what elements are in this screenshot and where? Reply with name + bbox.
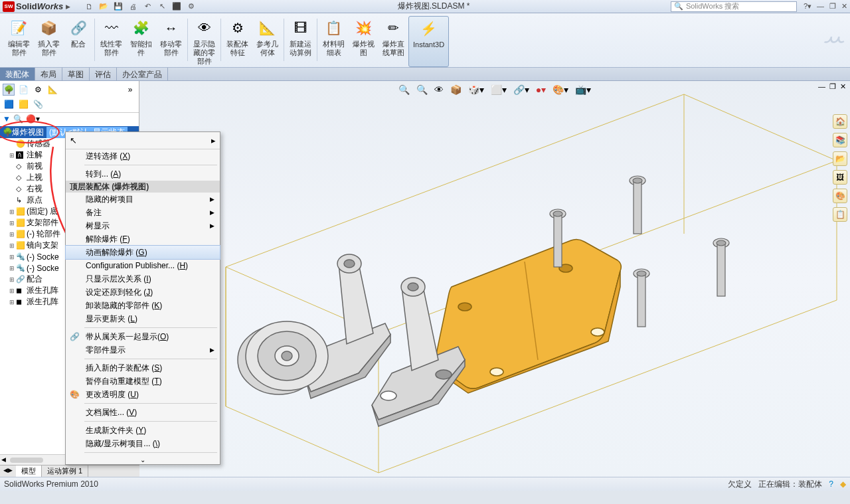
new-file-icon[interactable]: 🗋 (84, 1, 94, 12)
ribbon-爆炸视图[interactable]: 💥爆炸视 图 (349, 16, 379, 67)
panel-menu-icon[interactable]: » (124, 84, 136, 96)
ribbon-配合[interactable]: 🔗配合 (64, 16, 93, 67)
svg-point-8 (408, 283, 418, 291)
ribbon-新建运动算例[interactable]: 🎞新建运 动算例 (286, 16, 315, 67)
tab-motion-study[interactable]: 运动算例 1 (42, 465, 88, 477)
quick-access-toolbar: 🗋 📂 💾 🖨 ↶ ↖ ⬛ ⚙ (84, 1, 197, 12)
custom-props-icon[interactable]: 📋 (833, 207, 847, 222)
svg-point-4 (490, 368, 503, 376)
tab-装配体[interactable]: 装配体 (0, 68, 35, 80)
view-palette-icon[interactable]: 🖼 (833, 170, 847, 185)
scene-icon[interactable]: 🎨▾ (552, 84, 568, 95)
ribbon-插入零部件[interactable]: 📦插入零 部件 (34, 16, 64, 67)
ctx-item[interactable]: 只显示层次关系 (I) (66, 272, 220, 286)
ctx-item[interactable]: 🔗带从属关系一起显示(O) (66, 330, 220, 343)
hide-show-icon[interactable]: 🔗▾ (513, 84, 529, 95)
select-icon[interactable]: ↖ (157, 1, 167, 12)
cursor-icon[interactable]: ↖ (70, 135, 77, 145)
open-file-icon[interactable]: 📂 (98, 1, 109, 12)
graphics-viewport[interactable]: 🔍 🔍 👁 📦 🎲▾ ⬜▾ 🔗▾ ●▾ 🎨▾ 📺▾ ― ❐ ✕ 🏠 📚 📂 🖼 … (139, 81, 850, 477)
ctx-item[interactable]: 零部件显示▶ (66, 343, 220, 357)
ctx-pin-icon[interactable]: ▸ (211, 135, 216, 145)
home-icon[interactable]: 🏠 (833, 114, 847, 129)
zoom-out-icon[interactable]: 🔍 (13, 114, 23, 124)
undo-icon[interactable]: ↶ (142, 1, 153, 12)
print-icon[interactable]: 🖨 (128, 1, 138, 12)
ctx-item[interactable]: 设定还原到轻化 (J) (66, 286, 220, 299)
status-help-icon[interactable]: ? (829, 479, 833, 489)
tab-办公室产品[interactable]: 办公室产品 (117, 68, 168, 80)
config-tab-icon[interactable]: ⚙ (32, 84, 44, 96)
maximize-icon[interactable]: ❐ (829, 2, 836, 11)
ribbon-编辑零部件[interactable]: 📝编辑零 部件 (4, 16, 34, 67)
menu-dropdown-icon[interactable]: ▶ (66, 3, 70, 10)
ctx-item[interactable]: 隐藏/显示树项目... (\) (66, 437, 220, 450)
appearances-icon[interactable]: 🎨 (833, 189, 847, 203)
ctx-invert-selection[interactable]: 逆转选择 (X) (66, 149, 220, 163)
ribbon-显示隐藏的零部件[interactable]: 👁显示隐 藏的零 部件 (189, 16, 219, 67)
ctx-item[interactable]: 显示更新夹 (L) (66, 312, 220, 325)
filter-row: ▼ 🔍 🔴▾ (0, 113, 139, 125)
ctx-item[interactable]: 插入新的子装配体 (S) (66, 361, 220, 375)
view-orient-icon[interactable]: 🎲▾ (468, 84, 484, 95)
status-bar: SolidWorks Premium 2010 欠定义 正在编辑：装配体 ? ◆ (0, 477, 850, 491)
filter-icon[interactable]: ▼ (3, 114, 11, 124)
property-tab-icon[interactable]: 📄 (17, 84, 29, 96)
ribbon-材料明细表[interactable]: 📋材料明 细表 (319, 16, 349, 67)
svg-point-21 (633, 178, 642, 183)
appearance-icon[interactable]: ●▾ (536, 84, 546, 95)
tab-草图[interactable]: 草图 (62, 68, 90, 80)
ctx-item[interactable]: 树显示▶ (66, 219, 220, 232)
color-filter-icon[interactable]: 🔴▾ (26, 114, 40, 124)
status-flag-icon[interactable]: ◆ (840, 479, 846, 489)
ribbon-移动零部件[interactable]: ↔移动零 部件 (156, 16, 186, 67)
title-bar: SW SolidWorks ▶ 🗋 📂 💾 🖨 ↶ ↖ ⬛ ⚙ 爆炸视图.SLD… (0, 0, 850, 13)
prev-view-icon[interactable]: 👁 (434, 84, 444, 95)
bottom-tabs-nav[interactable]: ◀▶ (0, 465, 16, 477)
view-settings-icon[interactable]: 📺▾ (575, 84, 591, 95)
ribbon-智能扣件[interactable]: 🧩智能扣 件 (126, 16, 156, 67)
tab-评估[interactable]: 评估 (90, 68, 117, 80)
options-icon[interactable]: ⚙ (186, 1, 197, 12)
feature-tree-tab-icon[interactable]: 🌳 (3, 84, 15, 96)
app-logo-icon: SW (3, 1, 15, 12)
help-icon[interactable]: ?▾ (804, 2, 811, 11)
ribbon-线性零部件[interactable]: 〰线性零 部件 (96, 16, 126, 67)
zoom-area-icon[interactable]: 🔍 (416, 84, 428, 95)
ctx-expand-icon[interactable]: ⌄ (66, 455, 220, 464)
ribbon-Instant3D[interactable]: ⚡Instant3D (408, 16, 449, 67)
ctx-item[interactable]: 文档属性... (V) (66, 406, 220, 419)
tab-布局[interactable]: 布局 (35, 68, 62, 80)
ctx-item[interactable]: 备注▶ (66, 206, 220, 219)
ctx-item[interactable]: Configuration Publisher... (H) (66, 259, 220, 272)
attach-icon[interactable]: 📎 (32, 98, 44, 110)
ctx-item[interactable]: 暂停自动重建模型 (T) (66, 375, 220, 388)
svg-rect-23 (638, 274, 645, 327)
ctx-item[interactable]: 隐藏的树项目▶ (66, 193, 220, 206)
filter-part-icon[interactable]: 🟨 (17, 98, 29, 110)
ctx-goto[interactable]: 转到... (A) (66, 167, 220, 181)
ribbon-toolbar: 📝编辑零 部件📦插入零 部件🔗配合〰线性零 部件🧩智能扣 件↔移动零 部件👁显示… (0, 13, 850, 68)
save-icon[interactable]: 💾 (113, 1, 124, 12)
ribbon-参考几何体[interactable]: 📐参考几 何体 (252, 16, 282, 67)
close-icon[interactable]: ✕ (841, 2, 847, 11)
svg-rect-26 (717, 243, 725, 296)
minimize-icon[interactable]: ― (817, 2, 824, 11)
section-view-icon[interactable]: 📦 (450, 84, 462, 95)
ribbon-爆炸直线草图[interactable]: ✏爆炸直 线草图 (379, 16, 408, 67)
ctx-item[interactable]: 解除爆炸 (F) (66, 232, 220, 246)
ctx-item[interactable]: 动画解除爆炸 (G) (66, 246, 220, 259)
filter-assembly-icon[interactable]: 🟦 (3, 98, 15, 110)
ctx-item[interactable]: 卸装隐藏的零部件 (K) (66, 299, 220, 312)
ctx-item[interactable]: 生成新文件夹 (Y) (66, 424, 220, 437)
tab-model[interactable]: 模型 (16, 465, 42, 477)
library-icon[interactable]: 📚 (833, 133, 847, 147)
zoom-fit-icon[interactable]: 🔍 (398, 84, 410, 95)
dim-tab-icon[interactable]: 📐 (46, 84, 58, 96)
file-explorer-icon[interactable]: 📂 (833, 151, 847, 166)
search-box[interactable]: 🔍 SolidWorks 搜索 (671, 1, 797, 12)
display-style-icon[interactable]: ⬜▾ (491, 84, 507, 95)
ribbon-装配体特征[interactable]: ⚙装配体 特征 (222, 16, 252, 67)
rebuild-icon[interactable]: ⬛ (171, 1, 182, 12)
ctx-item[interactable]: 🎨更改透明度 (U) (66, 388, 220, 401)
